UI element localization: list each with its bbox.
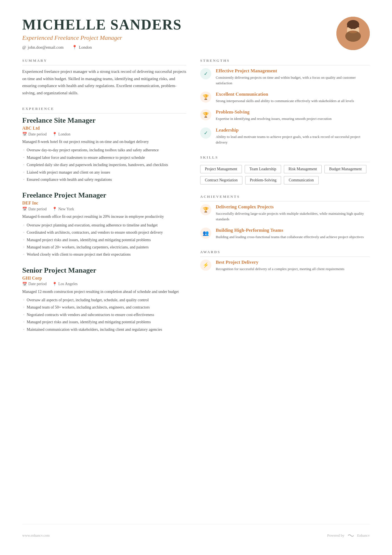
- location-icon: 📍: [72, 45, 77, 50]
- skills-container: Project Management Team Leadership Risk …: [200, 165, 370, 184]
- achievement-2: 👥 Building High-Performing Teams Buildin…: [200, 228, 370, 240]
- award-desc-1: Recognition for successful delivery of a…: [216, 266, 344, 272]
- award-1: ⚡ Best Project Delivery Recognition for …: [200, 260, 370, 272]
- strength-desc-4: Ability to lead and motivate teams to ac…: [216, 134, 370, 145]
- experience-label: EXPERIENCE: [22, 107, 186, 114]
- skills-label: SKILLS: [200, 155, 370, 162]
- strength-content-2: Excellent Communication Strong interpers…: [216, 92, 354, 104]
- summary-label: SUMMARY: [22, 58, 186, 65]
- achievement-desc-2: Building and leading cross-functional te…: [216, 234, 364, 240]
- bullet-item: Maintained communication with stakeholde…: [22, 327, 186, 333]
- strength-desc-1: Consistently delivering projects on time…: [216, 75, 370, 86]
- location-contact: 📍 London: [72, 45, 92, 50]
- exp-desc-2: Managed 6-month office fit-out project r…: [22, 214, 186, 220]
- skill-contract-negotiation: Contract Negotiation: [200, 176, 242, 184]
- summary-section: SUMMARY Experienced freelance project ma…: [22, 58, 186, 97]
- strength-1: ✓ Effective Project Management Consisten…: [200, 68, 370, 86]
- company-3: GHI Corp: [22, 276, 186, 281]
- awards-section: AWARDS ⚡ Best Project Delivery Recogniti…: [200, 250, 370, 272]
- location-1: 📍 London: [52, 132, 71, 137]
- strength-2: 🏆 Excellent Communication Strong interpe…: [200, 92, 370, 104]
- strength-title-1: Effective Project Management: [216, 68, 370, 74]
- exp-entry-3: Senior Project Manager GHI Corp 📅 Date p…: [22, 266, 186, 333]
- bullet-item: Managed team of 20+ workers, including c…: [22, 244, 186, 250]
- strength-content-3: Problem-Solving Expertise in identifying…: [216, 109, 332, 122]
- bullet-item: Worked closely with client to ensure pro…: [22, 251, 186, 258]
- achievement-icon-1: 🏆: [200, 204, 211, 215]
- achievement-desc-1: Successfully delivering large-scale proj…: [216, 211, 370, 222]
- achievement-icon-2: 👥: [200, 228, 211, 239]
- date-2: 📅 Date period: [22, 207, 47, 211]
- contact-info: @ john.doe@email.com 📍 London: [22, 45, 182, 50]
- email-icon: @: [22, 45, 26, 50]
- location-2: 📍 New York: [52, 207, 74, 211]
- strength-4: ✓ Leadership Ability to lead and motivat…: [200, 127, 370, 145]
- bullet-item: Managed team of 50+ workers, including a…: [22, 304, 186, 310]
- bullet-item: Liaised with project manager and client …: [22, 169, 186, 176]
- strengths-label: STRENGTHS: [200, 58, 370, 65]
- pin-icon-1: 📍: [52, 132, 57, 137]
- award-title-1: Best Project Delivery: [216, 260, 344, 265]
- candidate-title: Experienced Freelance Project Manager: [22, 34, 182, 41]
- job-title-1: Freelance Site Manager: [22, 116, 186, 125]
- job-title-2: Freelance Project Manager: [22, 191, 186, 199]
- footer: www.enhancv.com Powered by Enhancv: [22, 524, 370, 538]
- resume-page: MICHELLE SANDERS Experienced Freelance P…: [0, 0, 392, 555]
- brand-name: Enhancv: [357, 533, 370, 538]
- location-text: London: [79, 45, 92, 50]
- achievement-title-1: Delivering Complex Projects: [216, 204, 370, 210]
- bullet-item: Managed project risks and issues, identi…: [22, 319, 186, 325]
- strength-content-4: Leadership Ability to lead and motivate …: [216, 127, 370, 145]
- skill-team-leadership: Team Leadership: [245, 165, 281, 173]
- bullet-item: Managed labor force and tradesmen to ens…: [22, 155, 186, 161]
- pin-icon-2: 📍: [52, 207, 57, 211]
- exp-bullets-1: Oversaw day-to-day project operations, i…: [22, 147, 186, 183]
- header-left: MICHELLE SANDERS Experienced Freelance P…: [22, 17, 182, 50]
- exp-desc-3: Managed 12-month construction project re…: [22, 289, 186, 295]
- job-title-3: Senior Project Manager: [22, 266, 186, 275]
- strength-icon-1: ✓: [200, 68, 211, 79]
- date-1: 📅 Date period: [22, 132, 47, 137]
- company-2: DEF Inc: [22, 201, 186, 206]
- strength-title-4: Leadership: [216, 127, 370, 133]
- footer-right: Powered by Enhancv: [327, 533, 370, 538]
- bullet-item: Completed daily site diary and paperwork…: [22, 162, 186, 168]
- company-1: ABC Ltd: [22, 126, 186, 131]
- skill-project-management: Project Management: [200, 165, 242, 173]
- strength-icon-3: 🏆: [200, 109, 211, 120]
- exp-entry-1: Freelance Site Manager ABC Ltd 📅 Date pe…: [22, 116, 186, 183]
- email-text: john.doe@email.com: [28, 45, 64, 50]
- main-content: SUMMARY Experienced freelance project ma…: [22, 58, 370, 343]
- strength-icon-4: ✓: [200, 127, 211, 139]
- header: MICHELLE SANDERS Experienced Freelance P…: [22, 17, 370, 50]
- skill-budget-management: Budget Management: [324, 165, 366, 173]
- achievement-title-2: Building High-Performing Teams: [216, 228, 364, 233]
- candidate-name: MICHELLE SANDERS: [22, 17, 182, 33]
- strength-title-3: Problem-Solving: [216, 109, 332, 115]
- award-icon-1: ⚡: [200, 260, 211, 271]
- svg-point-5: [349, 31, 357, 33]
- skill-risk-management: Risk Management: [284, 165, 322, 173]
- summary-text: Experienced freelance project manager wi…: [22, 68, 186, 97]
- strength-desc-3: Expertise in identifying and resolving i…: [216, 116, 332, 122]
- skill-problem-solving: Problem-Solving: [245, 176, 281, 184]
- calendar-icon-2: 📅: [22, 207, 27, 211]
- exp-meta-1: 📅 Date period 📍 London: [22, 132, 186, 137]
- exp-bullets-2: Oversaw project planning and execution, …: [22, 222, 186, 258]
- bullet-item: Oversaw project planning and execution, …: [22, 222, 186, 228]
- exp-meta-3: 📅 Date period 📍 Los Angeles: [22, 282, 186, 287]
- achievement-content-2: Building High-Performing Teams Building …: [216, 228, 364, 240]
- bullet-item: Oversaw all aspects of project, includin…: [22, 297, 186, 303]
- location-3: 📍 Los Angeles: [52, 282, 78, 287]
- achievements-label: ACHIEVEMENTS: [200, 194, 370, 201]
- right-column: STRENGTHS ✓ Effective Project Management…: [200, 58, 370, 343]
- enhancv-logo-icon: [347, 533, 355, 538]
- bullet-item: Managed project risks and issues, identi…: [22, 237, 186, 243]
- skill-communication: Communication: [284, 176, 318, 184]
- email-contact: @ john.doe@email.com: [22, 45, 64, 50]
- bullet-item: Coordinated with architects, contractors…: [22, 230, 186, 236]
- skills-section: SKILLS Project Management Team Leadershi…: [200, 155, 370, 184]
- exp-entry-2: Freelance Project Manager DEF Inc 📅 Date…: [22, 191, 186, 258]
- avatar: [336, 17, 370, 50]
- strength-desc-2: Strong interpersonal skills and ability …: [216, 98, 354, 104]
